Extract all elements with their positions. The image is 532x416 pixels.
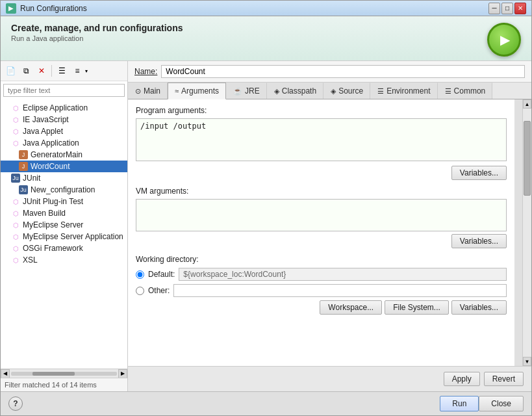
- list-item[interactable]: ⬡ MyEclipse Server Application: [1, 231, 127, 242]
- right-vscrollbar[interactable]: ▲ ▼: [522, 99, 531, 366]
- copy-config-button[interactable]: ⧉: [19, 64, 33, 78]
- left-panel-footer: Filter matched 14 of 14 items: [1, 378, 127, 391]
- program-args-section: Program arguments: /input /output Variab…: [136, 106, 507, 180]
- close-window-button[interactable]: ✕: [514, 3, 526, 14]
- left-hscrollbar[interactable]: ◀ ▶: [1, 369, 127, 378]
- tree-item-label: Java Application: [23, 138, 79, 148]
- tree-item-label: GeneratorMain: [31, 150, 82, 159]
- tree-item-label: Java Applet: [23, 127, 63, 136]
- list-item[interactable]: ⬡ XSL: [1, 254, 127, 266]
- program-args-textarea[interactable]: /input /output: [136, 118, 507, 161]
- vm-args-variables-button[interactable]: Variables...: [451, 234, 507, 248]
- run-large-button[interactable]: [487, 23, 521, 57]
- delete-config-button[interactable]: ✕: [34, 64, 49, 78]
- other-radio-row: Other:: [136, 284, 507, 297]
- list-item[interactable]: ⬡ IE JavaScript: [1, 114, 127, 125]
- revert-button[interactable]: Revert: [484, 372, 524, 386]
- other-dir-input[interactable]: [173, 284, 507, 297]
- header-text: Create, manage, and run configurations R…: [11, 23, 183, 42]
- left-toolbar: 📄 ⧉ ✕ ☰ ≡ ▾: [1, 61, 127, 81]
- run-button[interactable]: Run: [440, 396, 479, 411]
- maven-icon: ⬡: [11, 209, 20, 218]
- osgi-icon: ⬡: [11, 244, 20, 253]
- apply-button[interactable]: Apply: [444, 372, 480, 386]
- java-applet-icon: ⬡: [11, 127, 20, 136]
- scroll-down-arrow[interactable]: ▼: [523, 357, 531, 366]
- tree-item-label: MyEclipse Server: [23, 220, 83, 229]
- tab-classpath[interactable]: ◈ Classpath: [267, 83, 323, 99]
- tree-item-label: JUnit Plug-in Test: [23, 197, 83, 206]
- left-hscroll-track: [11, 372, 117, 376]
- other-radio-label: Other:: [148, 286, 170, 295]
- tab-jre-label: JRE: [245, 86, 260, 96]
- config-tree-list: ⬡ Eclipse Application ⬡ IE JavaScript ⬡ …: [1, 99, 127, 369]
- list-item[interactable]: ⬡ Eclipse Application: [1, 102, 127, 114]
- tab-environment[interactable]: ☰ Environment: [370, 83, 437, 99]
- maximize-button[interactable]: □: [501, 3, 513, 14]
- tree-item-label: New_configuration: [31, 185, 95, 194]
- program-args-variables-button[interactable]: Variables...: [451, 166, 507, 180]
- vm-args-box[interactable]: [136, 199, 507, 231]
- default-dir-input: [179, 268, 507, 281]
- help-button[interactable]: ?: [8, 396, 23, 411]
- window-controls: ─ □ ✕: [488, 3, 526, 14]
- minimize-button[interactable]: ─: [488, 3, 500, 14]
- left-panel: 📄 ⧉ ✕ ☰ ≡ ▾ ⬡ Eclipse Application: [1, 61, 128, 391]
- junit-plugin-icon: ⬡: [11, 197, 20, 206]
- collapse-dropdown[interactable]: ≡ ▾: [70, 64, 88, 78]
- tree-item-label: OSGi Framework: [23, 244, 83, 253]
- close-button[interactable]: Close: [479, 396, 524, 411]
- filter-config-button[interactable]: ☰: [55, 64, 69, 78]
- tab-arguments[interactable]: ≈ Arguments: [168, 83, 226, 99]
- junit-icon: Ju: [11, 174, 20, 183]
- list-item[interactable]: ⬡ Java Applet: [1, 125, 127, 137]
- tab-common-label: Common: [454, 86, 486, 96]
- scroll-up-arrow[interactable]: ▲: [523, 99, 531, 109]
- tab-main[interactable]: ⊙ Main: [128, 83, 168, 99]
- collapse-button[interactable]: ≡: [70, 64, 84, 78]
- title-bar: ▶ Run Configurations ─ □ ✕: [1, 1, 531, 16]
- dir-variables-button[interactable]: Variables...: [451, 300, 507, 315]
- filter-input[interactable]: [3, 84, 125, 97]
- vm-args-label: VM arguments:: [136, 187, 507, 196]
- left-scroll-right-arrow[interactable]: ▶: [118, 369, 127, 378]
- tree-item-label: Eclipse Application: [23, 103, 88, 112]
- list-item[interactable]: Ju New_configuration: [1, 184, 127, 196]
- tab-source[interactable]: ◈ Source: [323, 83, 370, 99]
- java-app-icon: ⬡: [11, 138, 20, 148]
- tab-common[interactable]: ☰ Common: [438, 83, 493, 99]
- list-item[interactable]: ⬡ OSGi Framework: [1, 242, 127, 254]
- name-input[interactable]: [161, 65, 525, 78]
- window-title: Run Configurations: [20, 4, 488, 13]
- default-radio[interactable]: [136, 270, 144, 279]
- list-item[interactable]: ⬡ JUnit Plug-in Test: [1, 196, 127, 207]
- workspace-button[interactable]: Workspace...: [320, 300, 382, 315]
- myeclipse-server-icon: ⬡: [11, 220, 20, 229]
- program-args-label: Program arguments:: [136, 106, 507, 115]
- tab-jre[interactable]: ☕ JRE: [226, 83, 267, 99]
- collapse-arrow-icon[interactable]: ▾: [85, 68, 88, 74]
- other-radio[interactable]: [136, 287, 144, 295]
- list-item[interactable]: J WordCount: [1, 161, 127, 172]
- tab-source-label: Source: [338, 86, 363, 96]
- common-tab-icon: ☰: [445, 87, 451, 96]
- tree-item-label: JUnit: [23, 174, 40, 183]
- list-item[interactable]: ⬡ MyEclipse Server: [1, 219, 127, 231]
- dialog-bottom-bar: ? Run Close: [1, 391, 531, 415]
- generator-main-icon: J: [19, 150, 28, 159]
- new-config-button[interactable]: 📄: [3, 64, 18, 78]
- main-content: 📄 ⧉ ✕ ☰ ≡ ▾ ⬡ Eclipse Application: [1, 61, 531, 391]
- classpath-tab-icon: ◈: [274, 87, 279, 96]
- list-item[interactable]: Ju JUnit: [1, 172, 127, 184]
- list-item[interactable]: ⬡ Java Application: [1, 137, 127, 149]
- file-system-button[interactable]: File System...: [385, 300, 449, 315]
- left-scroll-left-arrow[interactable]: ◀: [1, 369, 10, 378]
- jre-tab-icon: ☕: [233, 87, 242, 96]
- dir-buttons-row: Workspace... File System... Variables...: [136, 300, 507, 315]
- left-hscroll-thumb: [32, 372, 75, 376]
- scroll-thumb: [524, 121, 531, 196]
- list-item[interactable]: J GeneratorMain: [1, 149, 127, 161]
- scroll-track: [523, 109, 531, 357]
- apply-revert-bar: Apply Revert: [128, 366, 531, 391]
- list-item[interactable]: ⬡ Maven Build: [1, 207, 127, 219]
